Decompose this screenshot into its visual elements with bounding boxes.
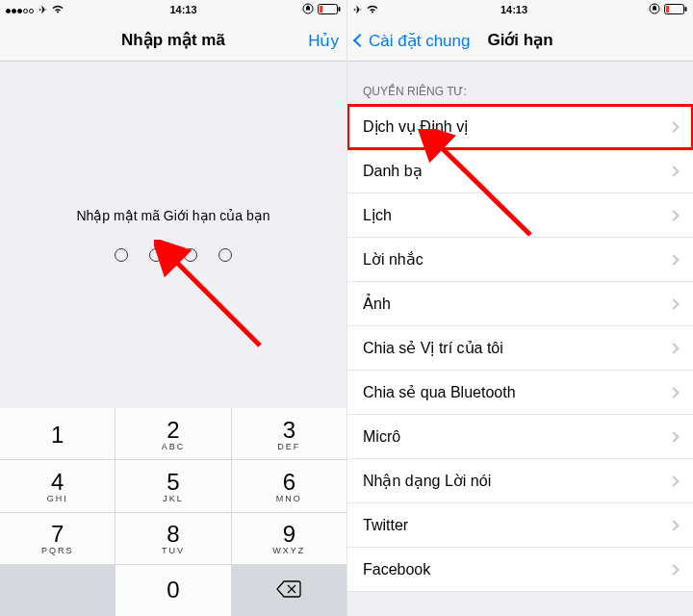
row-label: Twitter	[363, 517, 408, 534]
row-calendar[interactable]: Lịch	[347, 193, 693, 238]
key-letters: MNO	[276, 494, 302, 503]
pane-passcode: ✈︎ 14:13 Nhập mật mã Hủy Nhập mật mã Giớ…	[0, 0, 346, 616]
cancel-button[interactable]: Hủy	[308, 19, 339, 62]
row-twitter[interactable]: Twitter	[347, 503, 693, 548]
key-digit: 1	[51, 422, 64, 449]
chevron-right-icon	[668, 564, 679, 575]
key-digit: 4	[51, 469, 64, 496]
chevron-right-icon	[668, 431, 679, 442]
key-6[interactable]: 6MNO	[232, 460, 346, 511]
key-digit: 6	[283, 469, 295, 496]
key-letters: WXYZ	[272, 546, 305, 555]
back-button[interactable]: Cài đặt chung	[355, 19, 470, 62]
battery-icon	[664, 4, 687, 16]
battery-icon	[318, 4, 341, 16]
key-digit: 0	[167, 577, 179, 603]
chevron-left-icon	[353, 34, 367, 47]
key-digit: 3	[283, 417, 295, 444]
status-bar: ✈︎ 14:13	[347, 0, 693, 19]
wifi-icon	[366, 4, 379, 15]
back-label: Cài đặt chung	[369, 31, 470, 51]
key-digit: 7	[51, 521, 64, 548]
status-time: 14:13	[500, 4, 527, 15]
key-letters: DEF	[277, 442, 300, 451]
row-label: Dịch vụ Định vị	[363, 117, 468, 136]
key-letters: ABC	[162, 442, 186, 451]
orientation-lock-icon	[649, 3, 660, 16]
chevron-right-icon	[668, 298, 679, 309]
chevron-right-icon	[668, 475, 679, 486]
status-time: 14:13	[169, 4, 196, 15]
wifi-icon	[51, 4, 64, 15]
key-digit: 8	[167, 521, 179, 548]
key-letters: GHI	[47, 494, 68, 503]
chevron-right-icon	[668, 121, 679, 132]
signal-dots-icon	[6, 4, 35, 15]
row-label: Nhận dạng Lời nói	[363, 472, 491, 490]
key-8[interactable]: 8TUV	[116, 513, 230, 564]
row-contacts[interactable]: Danh bạ	[347, 149, 693, 193]
key-0[interactable]: 0	[116, 565, 230, 616]
nav-title: Nhập mật mã	[121, 30, 225, 50]
key-7[interactable]: 7PQRS	[0, 513, 115, 564]
key-3[interactable]: 3DEF	[232, 408, 346, 459]
passcode-dots	[115, 248, 232, 262]
key-delete[interactable]	[232, 565, 346, 616]
row-label: Chia sẻ qua Bluetooth	[363, 383, 516, 401]
passcode-dot	[184, 248, 197, 262]
key-5[interactable]: 5JKL	[116, 460, 230, 511]
passcode-dot	[115, 248, 128, 262]
svg-rect-7	[684, 7, 686, 12]
row-location-services[interactable]: Dịch vụ Định vị	[347, 105, 693, 149]
key-9[interactable]: 9WXYZ	[232, 513, 346, 564]
chevron-right-icon	[668, 210, 679, 220]
row-share-location[interactable]: Chia sẻ Vị trí của tôi	[347, 326, 693, 371]
svg-rect-2	[338, 7, 340, 12]
key-blank	[0, 565, 115, 616]
airplane-icon: ✈︎	[353, 4, 362, 16]
row-label: Facebook	[363, 561, 430, 578]
row-speech-recognition[interactable]: Nhận dạng Lời nói	[347, 459, 693, 503]
passcode-prompt: Nhập mật mã Giới hạn của bạn	[76, 208, 270, 223]
row-facebook[interactable]: Facebook	[347, 548, 693, 592]
row-microphone[interactable]: Micrô	[347, 415, 693, 459]
row-label: Danh bạ	[363, 162, 423, 180]
key-4[interactable]: 4GHI	[0, 460, 115, 511]
chevron-right-icon	[668, 520, 679, 530]
chevron-right-icon	[668, 387, 679, 398]
row-label: Lịch	[363, 206, 392, 224]
backspace-icon	[276, 577, 301, 603]
key-digit: 2	[167, 417, 179, 444]
row-reminders[interactable]: Lời nhắc	[347, 238, 693, 282]
privacy-list: Dịch vụ Định vị Danh bạ Lịch Lời nhắc Ản…	[347, 104, 693, 592]
key-1[interactable]: 1	[0, 408, 115, 459]
status-bar: ✈︎ 14:13	[0, 0, 346, 19]
row-label: Chia sẻ Vị trí của tôi	[363, 339, 503, 357]
svg-rect-3	[320, 6, 322, 13]
airplane-icon: ✈︎	[38, 4, 47, 16]
key-2[interactable]: 2ABC	[116, 408, 230, 459]
nav-bar: Cài đặt chung Giới hạn	[347, 19, 693, 62]
nav-bar: Nhập mật mã Hủy	[0, 19, 346, 62]
key-letters: PQRS	[41, 546, 74, 555]
orientation-lock-icon	[302, 3, 314, 16]
svg-line-4	[171, 257, 260, 346]
row-photos[interactable]: Ảnh	[347, 282, 693, 326]
key-letters: TUV	[162, 546, 185, 555]
row-label: Ảnh	[363, 295, 391, 313]
passcode-dot	[218, 248, 232, 262]
passcode-area: Nhập mật mã Giới hạn của bạn	[0, 62, 346, 408]
row-label: Micrô	[363, 428, 400, 446]
key-digit: 5	[167, 469, 179, 496]
chevron-right-icon	[668, 166, 679, 176]
pane-restrictions: ✈︎ 14:13 Cài đặt chung Giới hạn	[346, 0, 693, 616]
svg-rect-8	[666, 6, 669, 13]
row-bluetooth-share[interactable]: Chia sẻ qua Bluetooth	[347, 371, 693, 415]
passcode-dot	[149, 248, 163, 262]
numeric-keypad: 1 2ABC 3DEF 4GHI 5JKL 6MNO 7PQRS 8TUV 9W…	[0, 408, 346, 616]
section-header-privacy: QUYỀN RIÊNG TƯ:	[347, 62, 693, 104]
key-letters: JKL	[163, 494, 184, 503]
settings-content: QUYỀN RIÊNG TƯ: Dịch vụ Định vị Danh bạ …	[347, 62, 693, 616]
key-digit: 9	[283, 521, 295, 548]
row-label: Lời nhắc	[363, 250, 424, 269]
